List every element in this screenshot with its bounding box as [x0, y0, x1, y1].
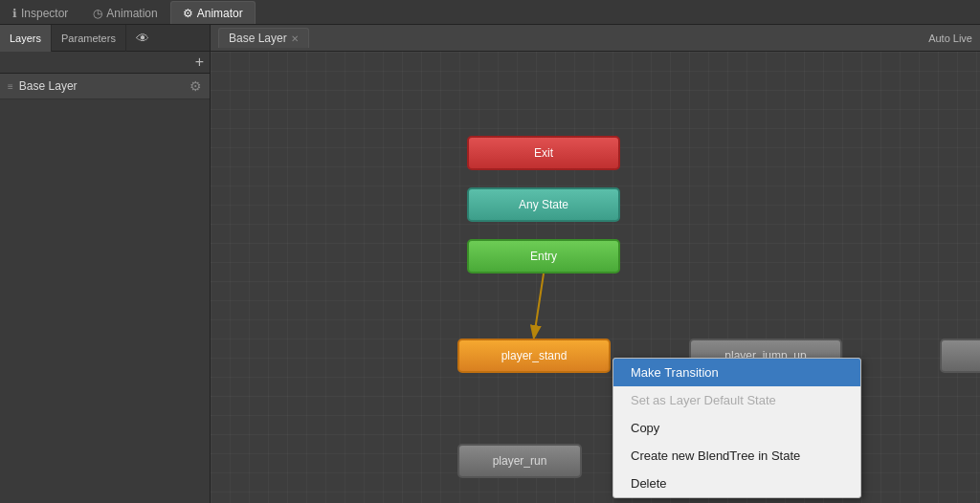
base-layer-row[interactable]: ≡ Base Layer ⚙ [0, 74, 210, 99]
main-layout: Layers Parameters 👁 + ≡ Base Layer ⚙ Bas… [0, 25, 980, 503]
inspector-icon: ℹ [12, 7, 17, 20]
animator-canvas[interactable]: Exit Any State Entry player_stand player… [211, 52, 980, 503]
animation-tab[interactable]: ◷ Animation [80, 1, 169, 24]
auto-live-label: Auto Live [928, 33, 972, 44]
top-tab-bar: ℹ Inspector ◷ Animation ⚙ Animator [0, 0, 980, 25]
context-menu-item-set-default: Set as Layer Default State [613, 386, 860, 414]
transition-arrows [211, 52, 980, 503]
eye-tab[interactable]: 👁 [126, 25, 159, 52]
context-menu: Make Transition Set as Layer Default Sta… [612, 358, 861, 498]
layer-settings-button[interactable]: ⚙ [189, 78, 202, 94]
eye-icon: 👁 [136, 31, 149, 46]
svg-line-1 [534, 273, 544, 337]
add-layer-row: + [0, 52, 210, 74]
layer-name: Base Layer [19, 79, 189, 93]
any-state[interactable]: Any State [467, 187, 620, 222]
content-header: Base Layer ✕ Auto Live [211, 25, 980, 52]
player-run-state[interactable]: player_run [457, 444, 582, 478]
base-layer-content-tab[interactable]: Base Layer ✕ [218, 28, 309, 48]
context-menu-item-copy[interactable]: Copy [613, 414, 860, 442]
sidebar: Layers Parameters 👁 + ≡ Base Layer ⚙ [0, 25, 211, 503]
context-menu-item-make-transition[interactable]: Make Transition [613, 359, 860, 386]
entry-state[interactable]: Entry [467, 239, 620, 273]
close-tab-icon[interactable]: ✕ [291, 33, 299, 44]
context-menu-item-delete[interactable]: Delete [613, 470, 860, 497]
drag-handle-icon: ≡ [8, 81, 13, 92]
inspector-tab[interactable]: ℹ Inspector [0, 1, 80, 24]
player-stand-state[interactable]: player_stand [457, 339, 611, 373]
parameters-tab[interactable]: Parameters [52, 25, 126, 52]
player-clear-state[interactable]: player_clear [940, 339, 980, 373]
layers-tab[interactable]: Layers [0, 25, 52, 52]
sidebar-sub-tabs: Layers Parameters 👁 [0, 25, 210, 52]
exit-state[interactable]: Exit [467, 136, 620, 170]
animator-icon: ⚙ [183, 7, 193, 20]
context-menu-item-create-blendtree[interactable]: Create new BlendTree in State [613, 442, 860, 470]
animation-icon: ◷ [93, 7, 102, 20]
add-layer-button[interactable]: + [195, 55, 204, 70]
animator-tab[interactable]: ⚙ Animator [170, 1, 256, 24]
content-area: Base Layer ✕ Auto Live Exit [211, 25, 980, 503]
